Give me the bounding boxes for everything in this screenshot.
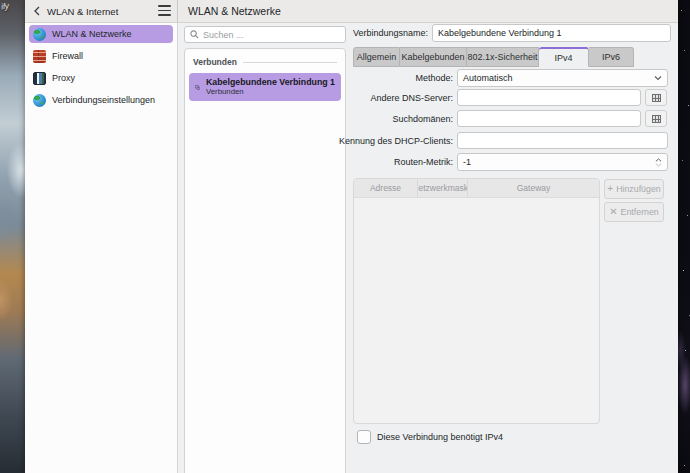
search-placeholder: Suchen ...: [203, 30, 244, 40]
remove-address-button[interactable]: ✕ Entfernen: [604, 202, 664, 222]
route-metric-spinbox[interactable]: -1: [457, 153, 668, 171]
connection-status: Verbunden: [206, 88, 335, 97]
section-divider: [243, 62, 337, 63]
network-wired-icon: [195, 81, 200, 94]
globe-icon: [33, 28, 46, 41]
sidebar-item-wlan-netzwerke[interactable]: WLAN & Netzwerke: [29, 25, 173, 43]
plus-icon: +: [607, 184, 613, 194]
tab-kabelgebunden[interactable]: Kabelgebunden: [400, 47, 467, 67]
hamburger-menu-button[interactable]: [158, 5, 171, 16]
dhcp-client-id-input[interactable]: [457, 132, 668, 149]
sidebar-header-title: WLAN & Internet: [47, 6, 118, 17]
sidebar-header: WLAN & Internet: [25, 0, 178, 22]
chevron-left-icon: [33, 6, 41, 16]
dhcp-client-id-label: Kennung des DHCP-Clients:: [333, 136, 453, 146]
edit-list-icon: [652, 115, 661, 123]
connection-list: Verbunden Kabelgebundene Verbindung 1 Ve…: [184, 48, 346, 473]
remove-address-label: Entfernen: [621, 207, 659, 217]
desktop-wallpaper-left: ify: [0, 0, 25, 473]
route-metric-value: -1: [463, 157, 655, 167]
stars: [681, 10, 682, 11]
connection-item-wired-1[interactable]: Kabelgebundene Verbindung 1 Verbunden: [189, 73, 341, 101]
systemsettings-window: WLAN & Internet WLAN & Netzwerke WLAN & …: [25, 0, 678, 473]
dns-edit-list-button[interactable]: [645, 89, 667, 106]
section-header-connected: Verbunden: [193, 57, 337, 67]
edit-list-icon: [652, 94, 661, 102]
method-label: Methode:: [353, 73, 453, 83]
dns-label: Andere DNS-Server:: [353, 93, 453, 103]
add-address-button[interactable]: + Hinzufügen: [604, 179, 664, 199]
section-label: Verbunden: [193, 57, 237, 67]
sidebar-item-label: Firewall: [52, 51, 83, 61]
search-domains-label: Suchdomänen:: [353, 114, 453, 124]
column-header-adresse[interactable]: Adresse: [354, 179, 418, 197]
spin-down-icon: [655, 163, 662, 167]
chevron-down-icon: [654, 74, 662, 82]
connection-name-label: Verbindungsname:: [325, 28, 428, 38]
search-field[interactable]: Suchen ...: [184, 26, 346, 43]
requires-ipv4-checkbox[interactable]: [357, 430, 371, 444]
search-domains-input[interactable]: [457, 110, 641, 127]
page-title: WLAN & Netzwerke: [188, 0, 281, 22]
desktop-icon-label-fragment: ify: [0, 1, 9, 11]
sidebar-item-verbindungseinstellungen[interactable]: Verbindungseinstellungen: [29, 91, 173, 109]
connection-name-input[interactable]: [432, 24, 671, 42]
sidebar: WLAN & Netzwerke Firewall Proxy Verbindu…: [25, 23, 178, 473]
method-value: Automatisch: [463, 73, 654, 83]
tab-ipv6[interactable]: IPv6: [589, 47, 634, 67]
window-header: WLAN & Internet WLAN & Netzwerke: [25, 0, 678, 23]
search-icon: [190, 30, 199, 39]
globe-icon: [33, 94, 46, 107]
sidebar-item-label: Verbindungseinstellungen: [52, 95, 155, 105]
address-table-body[interactable]: [354, 198, 599, 424]
back-button[interactable]: [29, 3, 45, 19]
firewall-icon: [33, 50, 46, 63]
address-table: Adresse Netzwerkmaske Gateway: [353, 178, 600, 424]
tab-8021x-sicherheit[interactable]: 802.1x-Sicherheit: [467, 47, 539, 67]
column-header-netzwerkmaske[interactable]: Netzwerkmaske: [418, 179, 468, 197]
close-icon: ✕: [609, 207, 617, 217]
sidebar-item-firewall[interactable]: Firewall: [29, 47, 173, 65]
requires-ipv4-label: Diese Verbindung benötigt IPv4: [377, 432, 503, 442]
connection-list-panel: Suchen ... Verbunden Kabelgebundene Verb…: [178, 23, 353, 473]
tab-bar: Allgemein Kabelgebunden 802.1x-Sicherhei…: [353, 47, 634, 67]
method-combobox[interactable]: Automatisch: [457, 69, 668, 87]
add-address-label: Hinzufügen: [616, 184, 661, 194]
route-metric-label: Routen-Metrik:: [353, 157, 453, 167]
tab-allgemein[interactable]: Allgemein: [353, 47, 400, 67]
dns-input[interactable]: [457, 89, 641, 106]
spin-up-icon: [655, 158, 662, 162]
spinbox-arrows[interactable]: [655, 158, 662, 167]
sidebar-item-label: Proxy: [52, 73, 75, 83]
tab-ipv4[interactable]: IPv4: [539, 47, 589, 67]
sidebar-item-label: WLAN & Netzwerke: [52, 29, 132, 39]
search-domains-edit-list-button[interactable]: [645, 110, 667, 127]
proxy-icon: [33, 72, 46, 85]
address-table-header: Adresse Netzwerkmaske Gateway: [354, 179, 599, 198]
desktop-wallpaper-right: [677, 0, 690, 473]
sidebar-item-proxy[interactable]: Proxy: [29, 69, 173, 87]
requires-ipv4-row: Diese Verbindung benötigt IPv4: [357, 430, 503, 444]
column-header-gateway[interactable]: Gateway: [468, 179, 599, 197]
